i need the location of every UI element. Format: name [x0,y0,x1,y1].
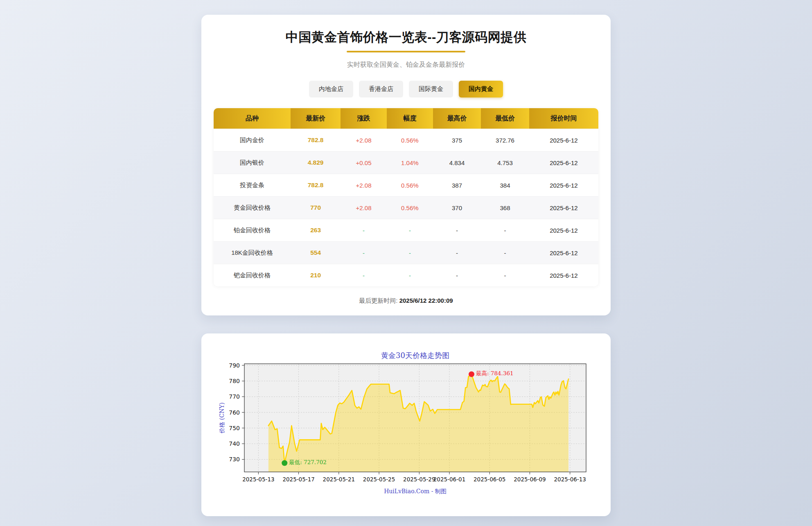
table-cell: 770 [291,197,341,219]
y-tick-label: 750 [229,425,240,431]
y-tick-label: 770 [229,393,240,400]
y-tick-label: 740 [229,440,240,447]
column-header: 涨跌 [341,108,387,129]
table-cell: 375 [433,129,481,152]
table-row: 钯金回收价格210----2025-6-12 [214,264,598,287]
table-row: 国内银价4.829+0.051.04%4.8344.7532025-6-12 [214,152,598,174]
column-header: 最低价 [481,108,529,129]
subtitle: 实时获取全国黄金、铂金及金条最新报价 [214,61,598,69]
min-point-marker [282,460,287,466]
column-header: 报价时间 [529,108,598,129]
table-cell: 4.834 [433,152,481,174]
table-cell: - [387,242,433,264]
table-cell: 2025-6-12 [529,264,598,287]
x-tick-label: 2025-05-25 [363,476,395,483]
table-cell: 210 [291,264,341,287]
table-cell: +2.08 [341,129,387,152]
tab-domestic-gold[interactable]: 国内黄金 [459,81,503,97]
price-table: 品种最新价涨跌幅度最高价最低价报价时间 国内金价782.8+2.080.56%3… [214,108,598,286]
tab-international-gold[interactable]: 国际黄金 [409,81,453,97]
table-cell: 2025-6-12 [529,152,598,174]
table-cell: 387 [433,174,481,197]
table-row: 国内金价782.8+2.080.56%375372.762025-6-12 [214,129,598,152]
table-cell: - [433,219,481,242]
x-tick-label: 2025-06-09 [514,476,546,483]
page-title: 中国黄金首饰价格一览表--刀客源码网提供 [214,29,598,46]
chart-card: 7307407507607707807902025-05-132025-05-1… [201,333,611,516]
table-cell: 384 [481,174,529,197]
table-cell: 372.76 [481,129,529,152]
table-cell: 国内银价 [214,152,291,174]
table-cell: 2025-6-12 [529,174,598,197]
table-cell: - [341,219,387,242]
column-header: 最新价 [291,108,341,129]
x-tick-label: 2025-05-29 [403,476,435,483]
table-cell: 4.753 [481,152,529,174]
column-header: 品种 [214,108,291,129]
y-tick-label: 730 [229,456,240,463]
x-tick-label: 2025-06-01 [433,476,465,483]
table-body: 国内金价782.8+2.080.56%375372.762025-6-12国内银… [214,129,598,287]
table-cell: 国内金价 [214,129,291,152]
price-card: 中国黄金首饰价格一览表--刀客源码网提供 实时获取全国黄金、铂金及金条最新报价 … [201,15,611,315]
table-cell: - [341,242,387,264]
table-cell: - [481,242,529,264]
gold-price-chart: 7307407507607707807902025-05-132025-05-1… [216,349,596,501]
table-cell: 2025-6-12 [529,242,598,264]
x-tick-label: 2025-05-13 [242,476,274,483]
table-cell: 554 [291,242,341,264]
tab-bar: 内地金店香港金店国际黄金国内黄金 [214,81,598,97]
max-point-marker [469,371,474,377]
table-cell: 782.8 [291,129,341,152]
last-update-time: 2025/6/12 22:00:09 [399,297,453,304]
table-cell: 黄金回收价格 [214,197,291,219]
min-annotation: 最低: 727.702 [289,459,327,465]
table-cell: 0.56% [387,197,433,219]
y-tick-label: 790 [229,362,240,369]
table-cell: - [387,219,433,242]
table-row: 铂金回收价格263----2025-6-12 [214,219,598,242]
tab-hongkong-stores[interactable]: 香港金店 [359,81,403,97]
last-update-label: 最后更新时间: [359,297,397,304]
table-cell: 0.56% [387,174,433,197]
watermark: HuiLvBiao.Com - 制图 [384,488,447,494]
price-table-container: 品种最新价涨跌幅度最高价最低价报价时间 国内金价782.8+2.080.56%3… [214,108,598,286]
x-tick-label: 2025-05-17 [282,476,314,483]
table-cell: - [341,264,387,287]
table-cell: 18K金回收价格 [214,242,291,264]
table-cell: - [433,264,481,287]
table-cell: - [481,264,529,287]
last-update: 最后更新时间: 2025/6/12 22:00:09 [214,297,598,305]
y-tick-label: 760 [229,409,240,416]
table-row: 黄金回收价格770+2.080.56%3703682025-6-12 [214,197,598,219]
table-cell: 2025-6-12 [529,129,598,152]
chart-title: 黄金30天价格走势图 [381,351,449,360]
table-cell: 2025-6-12 [529,197,598,219]
x-tick-label: 2025-05-21 [323,476,355,483]
table-cell: +2.08 [341,174,387,197]
table-cell: 铂金回收价格 [214,219,291,242]
max-annotation: 最高: 784.361 [476,370,514,376]
tab-mainland-stores[interactable]: 内地金店 [309,81,353,97]
table-cell: 投资金条 [214,174,291,197]
y-tick-label: 780 [229,378,240,384]
column-header: 最高价 [433,108,481,129]
page-container: 中国黄金首饰价格一览表--刀客源码网提供 实时获取全国黄金、铂金及金条最新报价 … [201,0,611,516]
table-cell: 钯金回收价格 [214,264,291,287]
title-underline [347,51,465,52]
table-cell: +0.05 [341,152,387,174]
table-row: 投资金条782.8+2.080.56%3873842025-6-12 [214,174,598,197]
table-cell: 782.8 [291,174,341,197]
table-cell: 2025-6-12 [529,219,598,242]
table-cell: 368 [481,197,529,219]
x-tick-label: 2025-06-13 [554,476,586,483]
table-cell: - [387,264,433,287]
table-cell: 4.829 [291,152,341,174]
table-cell: 1.04% [387,152,433,174]
table-cell: 263 [291,219,341,242]
column-header: 幅度 [387,108,433,129]
x-tick-label: 2025-06-05 [474,476,505,483]
table-cell: +2.08 [341,197,387,219]
table-cell: 0.56% [387,129,433,152]
table-row: 18K金回收价格554----2025-6-12 [214,242,598,264]
